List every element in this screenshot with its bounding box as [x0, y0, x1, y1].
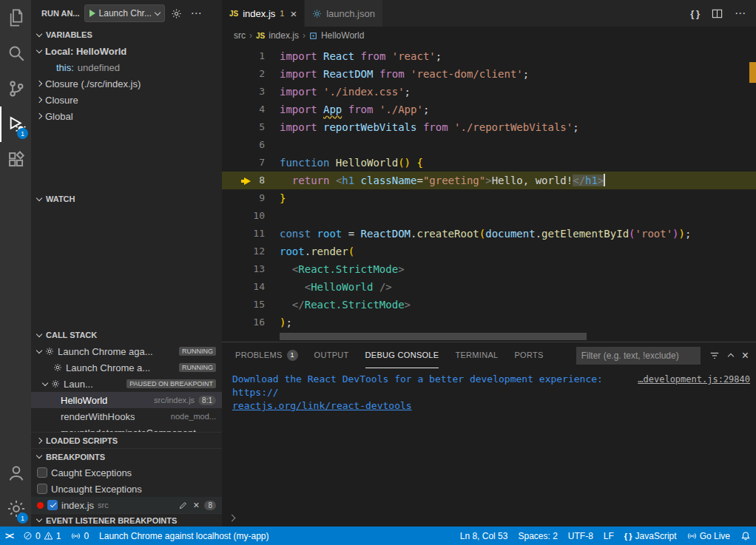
accounts-icon[interactable]	[0, 456, 31, 491]
line-number[interactable]: 11	[222, 225, 280, 243]
run-and-debug-icon[interactable]: 1	[0, 106, 31, 142]
code-line[interactable]	[280, 136, 756, 154]
go-live-status[interactable]: Go Live	[682, 527, 735, 545]
code-line[interactable]: import './index.css';	[280, 83, 756, 101]
tab-launch-json[interactable]: launch.json	[305, 0, 383, 27]
debug-session-status[interactable]: Launch Chrome against localhost (my-app)	[94, 527, 274, 545]
console-source-link[interactable]: …development.js:29840	[638, 373, 750, 386]
eol-status[interactable]: LF	[598, 527, 619, 545]
variable-row[interactable]: this: undefined	[31, 59, 222, 75]
notifications-bell-icon[interactable]	[735, 527, 756, 545]
code-line[interactable]	[280, 207, 756, 225]
debug-session-row[interactable]: Launch Chrome aga... RUNNING	[31, 343, 222, 359]
breakpoint-row-index-js[interactable]: index.js src × 8	[31, 497, 222, 513]
extensions-icon[interactable]	[0, 142, 31, 177]
line-number[interactable]: 8	[222, 172, 280, 189]
cursor-position-status[interactable]: Ln 8, Col 53	[455, 527, 513, 545]
tab-terminal[interactable]: TERMINAL	[455, 342, 498, 368]
line-number[interactable]: 15	[222, 296, 280, 314]
settings-gear-icon[interactable]: 1	[0, 491, 31, 527]
code-line[interactable]: import ReactDOM from 'react-dom/client';	[280, 65, 756, 83]
console-link[interactable]: reactjs.org/link/react-devtools	[232, 400, 412, 411]
debug-session-row[interactable]: Launch Chrome a... RUNNING	[31, 359, 222, 376]
gear-icon[interactable]	[169, 6, 184, 21]
tab-problems[interactable]: PROBLEMS 1	[235, 342, 298, 368]
line-number[interactable]: 13	[222, 260, 280, 278]
line-number[interactable]: 16	[222, 314, 280, 331]
code-editor[interactable]: 12345678910111213141516 import React fro…	[222, 44, 756, 342]
line-number[interactable]: 3	[222, 83, 280, 101]
tab-debug-console[interactable]: DEBUG CONSOLE	[365, 342, 439, 368]
code-line[interactable]: import React from 'react';	[280, 47, 756, 65]
code-line[interactable]: const root = ReactDOM.createRoot(documen…	[280, 225, 756, 243]
line-number[interactable]: 12	[222, 243, 280, 260]
variables-scope-row[interactable]: Local: HelloWorld	[31, 43, 222, 59]
more-actions-icon[interactable]: ⋯	[735, 7, 746, 20]
encoding-status[interactable]: UTF-8	[563, 527, 598, 545]
line-number[interactable]: 14	[222, 278, 280, 296]
close-panel-icon[interactable]: ×	[742, 349, 749, 362]
global-scope-row[interactable]: Global	[31, 108, 222, 124]
remote-indicator[interactable]: ><	[0, 527, 18, 545]
source-control-icon[interactable]	[0, 71, 31, 106]
stack-frame-row[interactable]: renderWithHooks node_mod...	[31, 408, 222, 424]
play-icon[interactable]	[90, 10, 95, 17]
code-line[interactable]: }	[280, 189, 756, 207]
maximize-panel-chevron-up-icon[interactable]	[729, 350, 733, 361]
line-number[interactable]: 5	[222, 118, 280, 136]
code-line[interactable]: root.render(	[280, 243, 756, 260]
line-number[interactable]: 1	[222, 47, 280, 65]
checkbox-unchecked[interactable]	[37, 467, 47, 478]
language-mode-status[interactable]: { }JavaScript	[619, 527, 682, 545]
debug-launch-dropdown[interactable]: Launch Chr...	[84, 4, 165, 22]
tab-index-js[interactable]: JS index.js 1 ×	[222, 0, 305, 27]
code-line[interactable]: <HelloWorld />	[280, 278, 756, 296]
breadcrumb-item-symbol[interactable]: HelloWorld	[321, 30, 364, 41]
line-number[interactable]: 9	[222, 189, 280, 207]
checkbox-unchecked[interactable]	[37, 484, 47, 494]
line-number[interactable]: 10	[222, 207, 280, 225]
breakpoint-row-uncaught-exceptions[interactable]: Uncaught Exceptions	[31, 481, 222, 497]
breakpoints-section-header[interactable]: BREAKPOINTS	[31, 448, 222, 464]
code-line[interactable]: return <h1 className="greeting">Hello, w…	[280, 172, 756, 189]
editor-gutter[interactable]: 12345678910111213141516	[222, 44, 280, 342]
variables-section-header[interactable]: VARIABLES	[31, 27, 222, 43]
remove-breakpoint-close-icon[interactable]: ×	[193, 499, 199, 511]
breadcrumb-item-src[interactable]: src	[234, 30, 246, 41]
code-lines[interactable]: import React from 'react';import ReactDO…	[280, 44, 756, 342]
tab-output[interactable]: OUTPUT	[314, 342, 349, 368]
watch-section-header[interactable]: WATCH	[31, 191, 222, 207]
filter-icon[interactable]	[709, 351, 720, 361]
closure-scope-row[interactable]: Closure (./src/index.js)	[31, 75, 222, 92]
code-line[interactable]: import App from './App';	[280, 101, 756, 118]
more-actions-icon[interactable]: ⋯	[189, 6, 203, 21]
code-line[interactable]: </React.StrictMode>	[280, 296, 756, 314]
line-number[interactable]: 7	[222, 154, 280, 172]
braces-icon[interactable]: { }	[690, 8, 700, 19]
code-line[interactable]: <React.StrictMode>	[280, 260, 756, 278]
clipped-stack-frame-row[interactable]: mountIndeterminateComponent	[31, 424, 222, 432]
stack-frame-row[interactable]: HelloWorld src/index.js 8:1	[31, 392, 222, 408]
code-line[interactable]: function HelloWorld() {	[280, 154, 756, 172]
line-number[interactable]: 2	[222, 65, 280, 83]
close-icon[interactable]: ×	[290, 7, 297, 20]
breakpoint-row-caught-exceptions[interactable]: Caught Exceptions	[31, 464, 222, 481]
loaded-scripts-section-header[interactable]: LOADED SCRIPTS	[31, 432, 222, 448]
event-listener-breakpoints-section-header[interactable]: EVENT LISTENER BREAKPOINTS	[31, 513, 222, 527]
horizontal-scrollbar[interactable]	[280, 333, 587, 340]
indentation-status[interactable]: Spaces: 2	[513, 527, 562, 545]
debug-session-row[interactable]: Laun... PAUSED ON BREAKPOINT	[31, 376, 222, 392]
tab-ports[interactable]: PORTS	[514, 342, 543, 368]
code-line[interactable]: import reportWebVitals from './reportWeb…	[280, 118, 756, 136]
line-number[interactable]: 4	[222, 101, 280, 118]
closure-scope-row[interactable]: Closure	[31, 92, 222, 108]
edit-breakpoint-pencil-icon[interactable]	[178, 501, 188, 510]
problems-status[interactable]: 0 1	[18, 527, 66, 545]
search-icon[interactable]	[0, 35, 31, 71]
breadcrumb-item-file[interactable]: index.js	[269, 30, 299, 41]
explorer-icon[interactable]	[0, 0, 31, 35]
call-stack-section-header[interactable]: CALL STACK	[31, 327, 222, 343]
line-number[interactable]: 6	[222, 136, 280, 154]
code-line[interactable]: );	[280, 314, 756, 331]
split-editor-icon[interactable]	[712, 8, 723, 19]
